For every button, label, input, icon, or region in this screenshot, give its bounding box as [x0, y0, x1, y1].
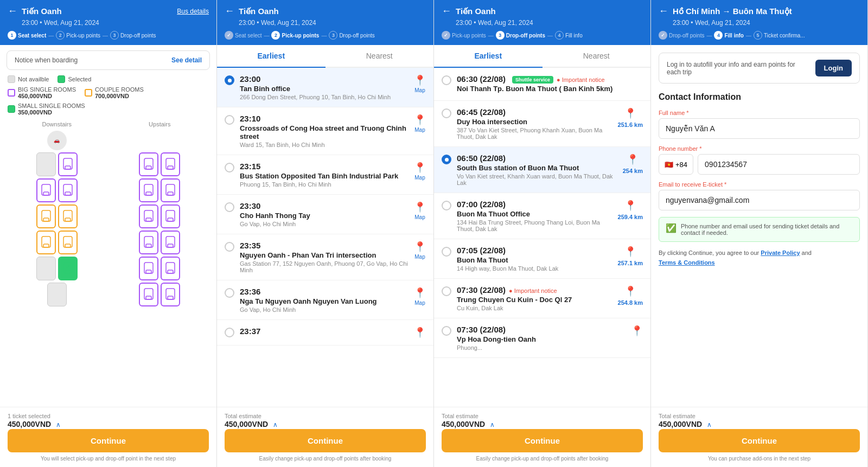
seat-d9[interactable]	[36, 257, 56, 280]
drop-time-2: 06:50 (22/08)	[457, 153, 617, 163]
dropoff-stop-6[interactable]: 07:30 (22/08) Vp Hoa Dong-tien Oanh Phuo…	[434, 318, 650, 358]
see-detail-link[interactable]: See detail	[171, 56, 202, 64]
drop-radio-0[interactable]	[442, 75, 451, 85]
bus-details-link[interactable]: Bus details	[177, 8, 209, 15]
dropoff-stop-1[interactable]: 06:45 (22/08) Duy Hoa intersection 387 V…	[434, 101, 650, 147]
pickup-stop-3[interactable]: 23:30 Cho Hanh Thong Tay Go Vap, Ho Chi …	[217, 195, 433, 234]
phone-input[interactable]	[698, 154, 860, 175]
panel4-continue-button[interactable]: Continue	[659, 429, 860, 452]
drop-radio-5[interactable]	[442, 286, 451, 296]
seat-d4[interactable]	[58, 178, 78, 202]
seat-d10[interactable]: ✓	[58, 257, 78, 280]
svg-rect-30	[146, 244, 151, 247]
map-icon-2: 📍	[414, 162, 426, 174]
seat-u4[interactable]	[161, 178, 180, 202]
drop-radio-3[interactable]	[442, 201, 451, 210]
drop-radio-4[interactable]	[442, 247, 451, 257]
seat-d11[interactable]	[47, 283, 67, 306]
seat-d5[interactable]	[36, 204, 56, 228]
seat-u10[interactable]	[161, 257, 180, 280]
tab-earliest-p3[interactable]: Earliest	[434, 45, 542, 68]
panel4-price-arrow[interactable]: ∧	[707, 421, 712, 428]
fullname-input[interactable]	[659, 118, 860, 139]
seat-u12[interactable]	[161, 283, 180, 306]
important-notice-5[interactable]: ● Important notice	[509, 287, 557, 294]
panel1-price-arrow[interactable]: ∧	[56, 421, 61, 428]
dropoff-stop-0[interactable]: 06:30 (22/08) Shuttle service ● Importan…	[434, 68, 650, 101]
important-notice-0[interactable]: ● Important notice	[557, 76, 605, 83]
map-btn-3[interactable]: 📍 Map	[414, 201, 426, 220]
step3-circle: 3	[110, 31, 119, 40]
seat-d6[interactable]	[58, 204, 78, 228]
tab-earliest-p2[interactable]: Earliest	[217, 45, 326, 68]
pickup-stop-0[interactable]: 23:00 Tan Binh office 266 Dong Den Stree…	[217, 68, 433, 107]
drop-radio-1[interactable]	[442, 108, 451, 118]
seat-u2[interactable]	[161, 152, 180, 176]
back-button-2[interactable]: ←	[225, 5, 234, 17]
couple-box	[85, 89, 92, 97]
dropoff-stop-5[interactable]: 07:30 (22/08) ● Important notice Trung C…	[434, 279, 650, 318]
pickup-stop-4[interactable]: 23:35 Nguyen Oanh - Phan Van Tri interse…	[217, 234, 433, 280]
back-button-3[interactable]: ←	[442, 5, 451, 17]
seat-u5[interactable]	[139, 204, 158, 228]
map-btn-5[interactable]: 📍 Map	[414, 287, 426, 306]
map-btn-1[interactable]: 📍 Map	[414, 114, 426, 133]
back-button-4[interactable]: ←	[659, 5, 668, 17]
email-input[interactable]	[659, 190, 860, 210]
panel2-price-arrow[interactable]: ∧	[273, 421, 278, 428]
panel2-continue-button[interactable]: Continue	[225, 429, 426, 452]
deck-container: Downstairs 🚗	[0, 121, 216, 306]
seat-u9[interactable]	[139, 257, 158, 280]
stop-name-3: Cho Hanh Thong Tay	[240, 212, 409, 220]
panel3-price-arrow[interactable]: ∧	[490, 421, 495, 428]
map-btn-6[interactable]: 📍	[414, 327, 426, 338]
terms-conditions-link[interactable]: Terms & Conditions	[659, 259, 715, 266]
map-btn-2[interactable]: 📍 Map	[414, 162, 426, 181]
seat-u7[interactable]	[139, 231, 158, 254]
radio-6[interactable]	[225, 328, 234, 337]
dropoff-stop-4[interactable]: 07:05 (22/08) Buon Ma Thuot 14 High way,…	[434, 239, 650, 279]
seat-u11[interactable]	[139, 283, 158, 306]
seat-u3[interactable]	[139, 178, 158, 202]
map-btn-0[interactable]: 📍 Map	[414, 74, 426, 93]
email-label-text: Email to receive E-ticket *	[659, 181, 726, 188]
panel3-continue-button[interactable]: Continue	[442, 429, 643, 452]
radio-3[interactable]	[225, 202, 234, 212]
pickup-stop-2[interactable]: 23:15 Bus Station Opposited Tan Binh Ind…	[217, 155, 433, 195]
dropoff-stop-3[interactable]: 07:00 (22/08) Buon Ma Thuot Office 134 H…	[434, 193, 650, 239]
panel3-header: ← Tiến Oanh 23:00 • Wed, Aug 21, 2024 ✓ …	[434, 0, 650, 45]
pickup-stop-1[interactable]: 23:10 Crossroads of Cong Hoa street and …	[217, 107, 433, 155]
svg-text:✓: ✓	[66, 264, 70, 270]
drop-radio-2[interactable]	[442, 155, 451, 164]
pickup-stop-6[interactable]: 23:37 📍	[217, 320, 433, 346]
seat-d1[interactable]	[36, 152, 56, 176]
radio-5[interactable]	[225, 288, 234, 298]
drop-radio-6[interactable]	[442, 326, 451, 336]
seat-d3[interactable]	[36, 178, 56, 202]
seat-d2[interactable]	[58, 152, 78, 176]
seat-d8[interactable]	[58, 231, 78, 254]
map-btn-4[interactable]: 📍 Map	[414, 241, 426, 260]
private-policy-link[interactable]: Private Policy	[761, 250, 800, 256]
radio-4[interactable]	[225, 242, 234, 252]
radio-0[interactable]	[225, 75, 234, 85]
tab-nearest-p2[interactable]: Nearest	[326, 45, 434, 68]
seat-u1[interactable]	[139, 152, 158, 176]
svg-rect-3	[43, 192, 49, 195]
panel1-continue-button[interactable]: Continue	[8, 429, 209, 452]
stop-name-5: Nga Tu Nguyen Oanh Nguyen Van Luong	[240, 297, 409, 305]
country-code-button[interactable]: 🇻🇳 +84	[659, 154, 693, 175]
radio-2[interactable]	[225, 163, 234, 172]
seat-u6[interactable]	[161, 204, 180, 228]
map-icon-d1: 📍	[624, 107, 636, 119]
seat-d7[interactable]	[36, 231, 56, 254]
panel4-title: Hồ Chí Minh → Buôn Ma Thuột	[673, 7, 860, 16]
login-button[interactable]: Login	[815, 60, 852, 76]
tab-nearest-p3[interactable]: Nearest	[542, 45, 651, 68]
dropoff-stop-2[interactable]: 06:50 (22/08) South Bus station of Buon …	[434, 147, 650, 193]
drop-name-5: Trung Chuyen Cu Kuin - Doc Ql 27	[457, 296, 612, 304]
seat-u8[interactable]	[161, 231, 180, 254]
pickup-stop-5[interactable]: 23:36 Nga Tu Nguyen Oanh Nguyen Van Luon…	[217, 280, 433, 320]
back-button-1[interactable]: ←	[8, 5, 17, 17]
radio-1[interactable]	[225, 115, 234, 125]
